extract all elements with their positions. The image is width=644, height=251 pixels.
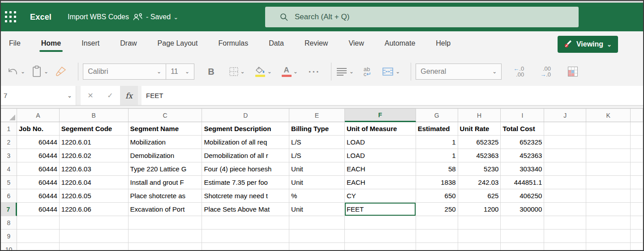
cell-D6[interactable]: Shotcrete may need t [202,189,289,203]
cell-A9[interactable] [17,230,60,243]
cell-D8[interactable] [202,216,289,230]
cell-F6[interactable]: CY [345,189,416,203]
cell-F2[interactable]: LOAD [345,136,416,149]
cell-D9[interactable] [202,230,289,243]
cell-K9[interactable] [586,230,631,243]
cell-K10[interactable] [586,243,631,250]
cell-C4[interactable]: Type 220 Lattice G [129,162,202,176]
cell-D7[interactable]: Place Sets Above Mat [202,203,289,216]
borders-chevron-icon[interactable]: ⌄ [240,68,245,75]
cell-G6[interactable]: 650 [416,189,458,203]
cell-I8[interactable] [501,216,544,230]
bold-button[interactable]: B [204,67,218,77]
cell-E8[interactable] [289,216,345,230]
cell-K7[interactable] [586,203,631,216]
row-header-6[interactable]: 6 [1,189,17,203]
cell-E7[interactable]: Unit [289,203,345,216]
tab-review[interactable]: Review [305,37,328,52]
column-header-K[interactable]: K [586,109,631,122]
column-header-D[interactable]: D [202,109,289,122]
cell-K3[interactable] [586,149,631,162]
undo-chevron-icon[interactable]: ⌄ [21,68,25,75]
decrease-decimal-icon[interactable]: ←←.0.0 .00 [513,66,524,77]
tab-insert[interactable]: Insert [82,37,99,52]
more-options-icon[interactable]: ··· [309,67,320,77]
column-header-E[interactable]: E [289,109,345,122]
cell-H2[interactable]: 652325 [458,136,501,149]
font-color-icon[interactable]: A [282,67,292,77]
cell-I10[interactable] [501,243,544,250]
tab-data[interactable]: Data [269,37,284,52]
tab-home[interactable]: Home [41,37,61,52]
tab-draw[interactable]: Draw [120,37,137,52]
borders-icon[interactable] [229,67,239,77]
saved-status[interactable]: - Saved ⌄ [146,13,178,21]
row-header-8[interactable]: 8 [1,216,17,230]
column-header-A[interactable]: A [17,109,60,122]
cell-C8[interactable] [129,216,202,230]
insert-function-button[interactable]: fx [120,86,138,105]
cell-D4[interactable]: Four (4) piece horsesh [202,162,289,176]
confirm-entry-icon[interactable]: ✓ [100,91,120,100]
fill-color-chevron-icon[interactable]: ⌄ [267,68,272,75]
column-header-J[interactable]: J [544,109,586,122]
cell-B10[interactable] [60,243,129,250]
search-input[interactable]: Search (Alt + Q) [265,7,579,27]
cell-C3[interactable]: Demobilization [129,149,202,162]
cell-A4[interactable]: 60444 [17,162,60,176]
cell-C9[interactable] [129,230,202,243]
column-header-G[interactable]: G [416,109,458,122]
row-header-3[interactable]: 3 [1,149,17,162]
app-launcher-waffle-icon[interactable] [5,11,17,23]
wrap-text-icon[interactable]: ab c↵ [364,67,371,77]
cell-I5[interactable]: 444851.1 [501,176,544,189]
cell-F9[interactable] [345,230,416,243]
cell-C5[interactable]: Install and grout F [129,176,202,189]
paste-chevron-icon[interactable]: ⌄ [44,68,48,75]
format-painter-icon[interactable] [55,66,67,77]
row-header-7[interactable]: 7 [1,203,17,216]
cell-D1[interactable]: Segment Description [202,122,289,136]
cell-I2[interactable]: 652325 [501,136,544,149]
column-header-I[interactable]: I [501,109,544,122]
cell-B1[interactable]: Segement Code [60,122,129,136]
cell-G5[interactable]: 1838 [416,176,458,189]
cell-G7[interactable]: 250 [416,203,458,216]
tab-formulas[interactable]: Formulas [218,37,248,52]
cell-B6[interactable]: 1220.6.05 [60,189,129,203]
cell-E9[interactable] [289,230,345,243]
cell-A10[interactable] [17,243,60,250]
cell-H7[interactable]: 1200 [458,203,501,216]
cell-A8[interactable] [17,216,60,230]
cell-C1[interactable]: Segment Name [129,122,202,136]
cell-F4[interactable]: EACH [345,162,416,176]
cell-H10[interactable] [458,243,501,250]
cell-J10[interactable] [544,243,586,250]
cell-E5[interactable]: Unit [289,176,345,189]
column-header-C[interactable]: C [129,109,202,122]
undo-icon[interactable] [7,67,19,77]
select-all-corner[interactable] [1,109,17,122]
cell-H8[interactable] [458,216,501,230]
font-color-chevron-icon[interactable]: ⌄ [293,68,298,75]
cell-K1[interactable] [586,122,631,136]
font-name-select[interactable]: Calibri ⌄ [83,64,166,80]
cell-B4[interactable]: 1220.6.03 [60,162,129,176]
merge-chevron-icon[interactable]: ⌄ [395,68,400,75]
share-people-icon[interactable] [133,13,143,21]
cell-B2[interactable]: 1220.6.01 [60,136,129,149]
align-chevron-icon[interactable]: ⌄ [349,68,354,75]
cell-D2[interactable]: Mobilization of all req [202,136,289,149]
cell-I3[interactable]: 452363 [501,149,544,162]
cell-C2[interactable]: Mobilization [129,136,202,149]
cell-H5[interactable]: 242.03 [458,176,501,189]
cell-E4[interactable]: Unit [289,162,345,176]
cell-J4[interactable] [544,162,586,176]
cell-G2[interactable]: 1 [416,136,458,149]
cell-J8[interactable] [544,216,586,230]
cell-F8[interactable] [345,216,416,230]
cell-K6[interactable] [586,189,631,203]
row-header-2[interactable]: 2 [1,136,17,149]
cell-A7[interactable]: 60444 [17,203,60,216]
cell-I6[interactable]: 406250 [501,189,544,203]
